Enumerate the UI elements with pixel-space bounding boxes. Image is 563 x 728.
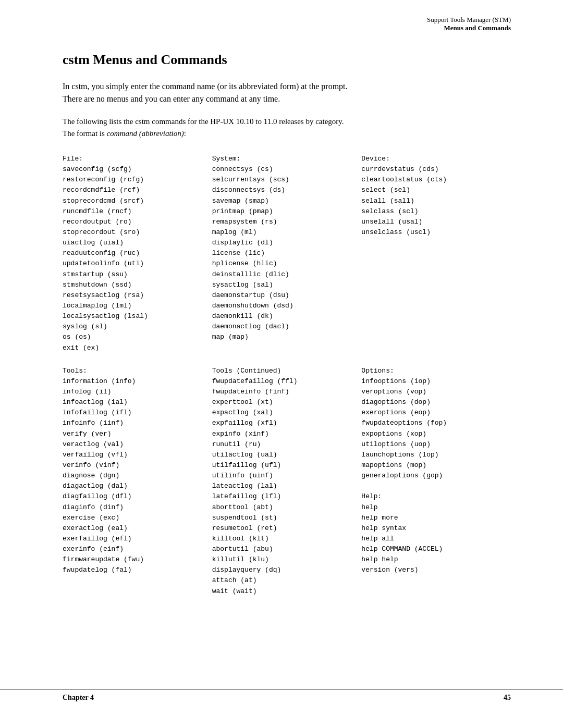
header-top: Support Tools Manager (STM) bbox=[427, 16, 511, 24]
col-options-help: Options: infooptions (iop) veroptions (v… bbox=[361, 366, 511, 597]
col-system: System: connectsys (cs) selcurrentsys (s… bbox=[212, 154, 362, 353]
col-tools-continued: Tools (Continued) fwupdatefaillog (ffl) … bbox=[212, 366, 362, 597]
page: Support Tools Manager (STM) Menus and Co… bbox=[0, 0, 563, 728]
header-bottom: Menus and Commands bbox=[427, 24, 511, 32]
intro-paragraph: In cstm, you simply enter the command na… bbox=[63, 80, 511, 105]
col-tools: Tools: information (info) infolog (il) i… bbox=[63, 366, 212, 597]
format-paragraph: The following lists the cstm commands fo… bbox=[63, 116, 511, 139]
page-number: 45 bbox=[504, 694, 511, 702]
page-title: cstm Menus and Commands bbox=[63, 52, 511, 68]
col-file: File: saveconfig (scfg) restoreconfig (r… bbox=[63, 154, 212, 353]
page-footer: Chapter 4 45 bbox=[0, 689, 563, 702]
commands-table-1: File: saveconfig (scfg) restoreconfig (r… bbox=[63, 154, 511, 353]
commands-table-2: Tools: information (info) infolog (il) i… bbox=[63, 366, 511, 597]
col-device: Device: currdevstatus (cds) cleartoolsta… bbox=[361, 154, 511, 353]
page-header: Support Tools Manager (STM) Menus and Co… bbox=[427, 16, 511, 32]
chapter-label: Chapter 4 bbox=[63, 694, 94, 702]
